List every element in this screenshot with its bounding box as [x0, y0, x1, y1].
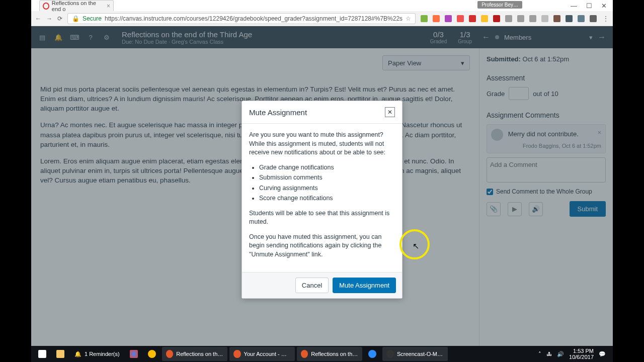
taskbar-clock[interactable]: 1:53 PM 10/6/2017	[569, 348, 594, 360]
taskbar-app[interactable]: Your Account - Go…	[229, 347, 295, 361]
canvas-favicon-icon	[43, 3, 49, 10]
chrome-profile-chip[interactable]: Professor Bey…	[477, 1, 522, 9]
extension-icon[interactable]	[529, 15, 536, 22]
extension-icon[interactable]	[457, 15, 464, 22]
modal-list-item: Score change notifications	[259, 194, 395, 203]
browser-tabstrip: Reflections on the end o × Professor Bey…	[31, 0, 613, 11]
back-icon[interactable]: ←	[35, 15, 41, 22]
reload-icon[interactable]: ⟳	[57, 15, 62, 22]
modal-note: Students will be able to see that this a…	[249, 209, 395, 227]
file-explorer-icon[interactable]	[52, 347, 68, 361]
taskbar-app[interactable]: Screencast-O-Matic	[382, 347, 448, 361]
extension-icon[interactable]	[433, 15, 440, 22]
tray-volume-icon[interactable]: 🔊	[557, 351, 564, 357]
chrome-canary-icon[interactable]	[144, 347, 160, 361]
tray-chevron-icon[interactable]: ˄	[538, 351, 541, 357]
mute-assignment-modal: Mute Assignment ✕ Are you sure you want …	[242, 101, 403, 299]
tab-close-icon[interactable]: ×	[107, 3, 110, 10]
window-close-icon[interactable]: ✕	[601, 2, 607, 10]
window-minimize-icon[interactable]: —	[571, 2, 577, 10]
bookmark-star-icon[interactable]: ☆	[406, 15, 411, 22]
taskbar-app[interactable]: Reflections on the …	[162, 347, 227, 361]
window-maximize-icon[interactable]: ☐	[586, 2, 592, 10]
url-text: https://canvas.instructure.com/courses/1…	[105, 15, 403, 22]
extension-icon[interactable]	[590, 15, 597, 22]
extension-icon[interactable]	[553, 15, 560, 22]
forward-icon[interactable]: →	[46, 15, 52, 22]
zoom-icon[interactable]	[364, 347, 380, 361]
extension-icon[interactable]	[541, 15, 548, 22]
reminder-label: 1 Reminder(s)	[85, 351, 120, 357]
extension-icon[interactable]	[578, 15, 585, 22]
clock-date: 10/6/2017	[569, 354, 594, 360]
browser-toolbar: ← → ⟳ 🔒 Secure https://canvas.instructur…	[31, 11, 613, 26]
extension-icon[interactable]	[445, 15, 452, 22]
gmail-icon[interactable]	[469, 15, 476, 22]
clock-time: 1:53 PM	[569, 348, 594, 354]
tray-network-icon[interactable]: 🖧	[546, 351, 552, 357]
start-button[interactable]	[34, 347, 50, 361]
drive-icon[interactable]	[481, 15, 488, 22]
cancel-button[interactable]: Cancel	[295, 278, 329, 293]
modal-list-item: Curving assignments	[259, 184, 395, 193]
reminder-item[interactable]: 🔔 1 Reminder(s)	[70, 347, 124, 361]
chrome-icon[interactable]	[126, 347, 142, 361]
modal-list-item: Submission comments	[259, 173, 395, 183]
extension-icon[interactable]	[505, 15, 512, 22]
modal-title: Mute Assignment	[249, 108, 307, 117]
extension-icon[interactable]	[421, 15, 428, 22]
extension-icons: ⋮	[421, 15, 610, 22]
address-bar[interactable]: 🔒 Secure https://canvas.instructure.com/…	[67, 13, 416, 24]
extension-icon[interactable]	[517, 15, 524, 22]
pdf-icon[interactable]	[493, 15, 500, 22]
taskbar-app[interactable]: Reflections on the …	[297, 347, 362, 361]
notification-center-icon[interactable]: 💬	[599, 351, 606, 357]
chrome-menu-icon[interactable]: ⋮	[602, 15, 610, 22]
modal-note: Once you have muted this assignment, you…	[249, 233, 395, 259]
mute-assignment-button[interactable]: Mute Assignment	[333, 278, 396, 293]
modal-intro: Are you sure you want to mute this assig…	[249, 131, 395, 157]
cursor-arrow-icon: ↖	[413, 241, 419, 251]
tab-title: Reflections on the end o	[52, 0, 104, 12]
modal-list-item: Grade change notifications	[259, 163, 395, 172]
modal-close-icon[interactable]: ✕	[385, 107, 395, 117]
extension-icon[interactable]	[566, 15, 573, 22]
browser-tab[interactable]: Reflections on the end o ×	[39, 0, 114, 11]
windows-taskbar: 🔔 1 Reminder(s) Reflections on the … You…	[31, 346, 613, 362]
secure-label: Secure	[83, 15, 102, 22]
lock-icon: 🔒	[72, 15, 79, 22]
